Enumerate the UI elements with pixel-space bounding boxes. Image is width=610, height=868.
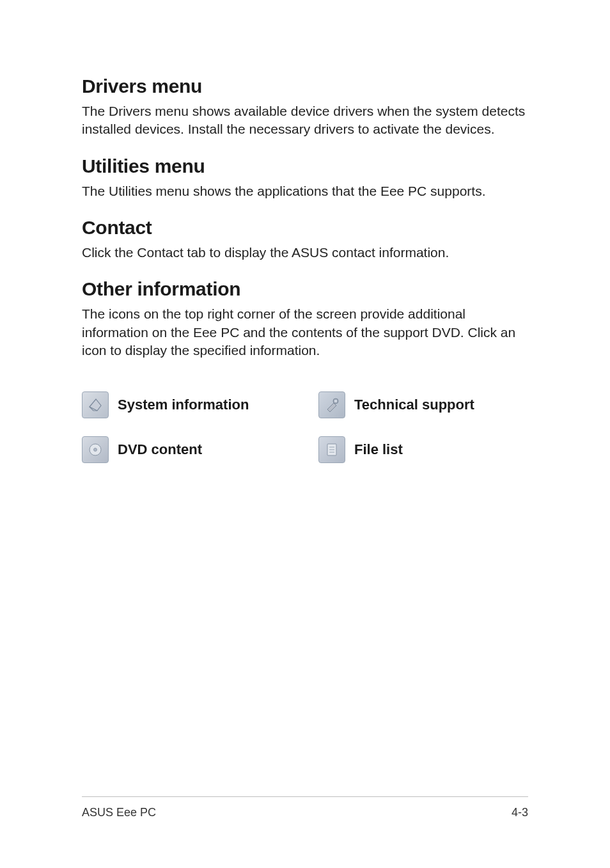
body-other-information: The icons on the top right corner of the… xyxy=(82,305,528,359)
svg-rect-1 xyxy=(334,400,337,402)
heading-utilities-menu: Utilities menu xyxy=(82,155,528,177)
file-list-icon xyxy=(318,436,345,463)
system-information-label: System information xyxy=(118,397,249,413)
body-contact: Click the Contact tab to display the ASU… xyxy=(82,244,528,262)
technical-support-label: Technical support xyxy=(354,397,474,413)
body-utilities-menu: The Utilities menu shows the application… xyxy=(82,182,528,200)
heading-contact: Contact xyxy=(82,217,528,239)
icon-pair-system-information[interactable]: System information xyxy=(82,391,318,418)
dvd-content-icon xyxy=(82,436,109,463)
icon-pair-dvd-content[interactable]: DVD content xyxy=(82,436,318,463)
icon-row-1: System information Technical support xyxy=(82,391,528,418)
footer: ASUS Eee PC 4-3 xyxy=(82,796,528,819)
footer-left: ASUS Eee PC xyxy=(82,806,156,819)
dvd-content-label: DVD content xyxy=(118,441,202,458)
system-information-icon xyxy=(82,391,109,418)
file-list-label: File list xyxy=(354,441,403,458)
technical-support-icon xyxy=(318,391,345,418)
heading-other-information: Other information xyxy=(82,278,528,300)
icon-pair-file-list[interactable]: File list xyxy=(318,436,403,463)
footer-right: 4-3 xyxy=(512,806,528,819)
body-drivers-menu: The Drivers menu shows available device … xyxy=(82,102,528,139)
icon-row-2: DVD content File list xyxy=(82,436,528,463)
heading-drivers-menu: Drivers menu xyxy=(82,75,528,97)
icon-pair-technical-support[interactable]: Technical support xyxy=(318,391,474,418)
svg-point-3 xyxy=(94,448,97,452)
icons-section: System information Technical support xyxy=(82,391,528,463)
